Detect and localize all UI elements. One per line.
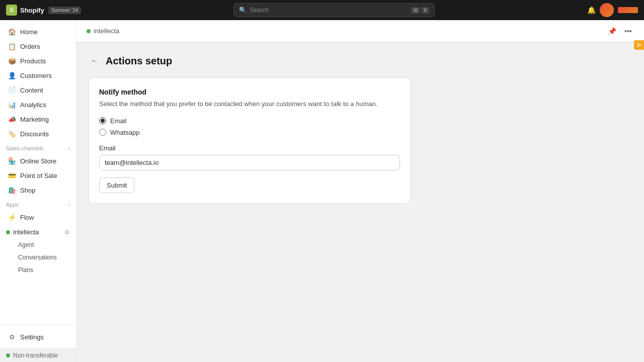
intellecta-settings-icon[interactable]: ⚙ (64, 229, 70, 236)
pos-icon: 💳 (8, 171, 16, 179)
shopify-label: Shopify (20, 7, 44, 14)
notify-method-title: Notify method (99, 88, 400, 96)
intellecta-label: intellecta (13, 228, 61, 236)
sidebar-item-discounts[interactable]: 🏷️ Discounts (2, 127, 74, 141)
sidebar-label-marketing: Marketing (20, 116, 49, 123)
flow-icon: ⚡ (8, 213, 16, 221)
sidebar-nav: 🏠 Home 📋 Orders 📦 Products 👤 Customers 📄… (0, 20, 76, 325)
email-radio-label: Email (110, 117, 127, 125)
content-header: intellecta 📌 ••• (76, 20, 644, 42)
search-bar[interactable]: 🔍 ⌘ K (233, 3, 435, 17)
search-input[interactable] (250, 7, 408, 14)
content-icon: 📄 (8, 86, 16, 94)
sidebar-item-agent[interactable]: Agent (2, 239, 74, 251)
sidebar-item-conversations[interactable]: Conversations (2, 251, 74, 263)
sidebar-label-orders: Orders (20, 43, 40, 50)
page-title: Actions setup (106, 55, 172, 67)
sidebar-item-orders[interactable]: 📋 Orders (2, 39, 74, 53)
sidebar-item-home[interactable]: 🏠 Home (2, 25, 74, 39)
avatar-bar (618, 7, 638, 13)
intellecta-dot (6, 230, 10, 234)
submit-button[interactable]: Submit (99, 177, 134, 193)
breadcrumb-app-name: intellecta (94, 27, 119, 35)
bell-icon[interactable]: 🔔 (587, 6, 596, 14)
whatsapp-radio-option[interactable]: Whatsapp (99, 129, 400, 136)
more-options-button[interactable]: ••• (622, 25, 634, 37)
sidebar-item-online-store[interactable]: 🏪 Online Store (2, 154, 74, 168)
sidebar-item-plans[interactable]: Plans (2, 264, 74, 276)
orders-icon: 📋 (8, 42, 16, 50)
notify-method-desc: Select the method that you prefer to be … (99, 99, 400, 109)
sidebar-label-discounts: Discounts (20, 130, 49, 138)
sidebar-item-products[interactable]: 📦 Products (2, 54, 74, 68)
expand-icon[interactable]: › (68, 146, 70, 151)
sidebar-label-customers: Customers (20, 72, 52, 79)
sidebar-item-shop[interactable]: 🛍️ Shop (2, 183, 74, 197)
email-radio[interactable] (99, 117, 106, 124)
sidebar-item-point-of-sale[interactable]: 💳 Point of Sale (2, 168, 74, 183)
shortcut-key2: K (422, 7, 429, 14)
topbar-right: 🔔 (587, 3, 638, 17)
breadcrumb: intellecta (87, 27, 119, 35)
actions-setup-card: Notify method Select the method that you… (89, 77, 411, 204)
sidebar-label-content: Content (20, 86, 43, 94)
conversations-label: Conversations (18, 254, 57, 261)
intellecta-header[interactable]: intellecta ⚙ (0, 226, 76, 238)
analytics-icon: 📊 (8, 101, 16, 109)
sidebar-label-analytics: Analytics (20, 101, 46, 109)
apps-expand-icon[interactable]: › (68, 202, 70, 208)
topbar: S Shopify Summer '24 🔍 ⌘ K 🔔 (0, 0, 644, 20)
sidebar-item-marketing[interactable]: 📣 Marketing (2, 112, 74, 126)
shopify-logo[interactable]: S Shopify (6, 5, 44, 16)
marketing-icon: 📣 (8, 115, 16, 123)
shopify-icon: S (6, 5, 17, 16)
sidebar-item-analytics[interactable]: 📊 Analytics (2, 98, 74, 112)
sidebar-label-flow: Flow (20, 214, 34, 221)
apps-section: Apps › (0, 198, 76, 210)
page-title-row: ← Actions setup (89, 54, 632, 67)
sidebar-item-settings[interactable]: ⚙ Settings (2, 330, 74, 344)
sidebar-label-online-store: Online Store (20, 157, 56, 165)
whatsapp-radio-label: Whatsapp (110, 129, 140, 136)
topbar-center: 🔍 ⌘ K (233, 3, 435, 17)
whatsapp-radio[interactable] (99, 129, 106, 136)
breadcrumb-dot (87, 29, 91, 33)
sidebar-label-shop: Shop (20, 187, 35, 194)
non-transferable-label: Non-transferable (13, 352, 58, 359)
shortcut-key1: ⌘ (411, 7, 420, 14)
pin-button[interactable]: 📌 (606, 25, 618, 37)
agent-label: Agent (18, 241, 34, 248)
sales-channels-section: Sales channels › (0, 141, 76, 153)
sidebar-item-content[interactable]: 📄 Content (2, 83, 74, 97)
right-float-button[interactable]: A (634, 40, 644, 50)
search-shortcut: ⌘ K (411, 7, 429, 14)
sidebar-label-settings: Settings (20, 333, 44, 341)
products-icon: 📦 (8, 57, 16, 65)
sidebar-label-products: Products (20, 57, 46, 65)
intellecta-section: intellecta ⚙ Agent Conversations Plans (0, 225, 76, 278)
plans-label: Plans (18, 266, 33, 274)
apps-label: Apps (6, 202, 19, 208)
page-content: ← Actions setup Notify method Select the… (76, 42, 644, 216)
sidebar-footer: ⚙ Settings (0, 325, 76, 348)
sidebar-label-home: Home (20, 28, 38, 36)
content-area: intellecta 📌 ••• ← Actions setup Notify … (76, 20, 644, 362)
shop-icon: 🛍️ (8, 186, 16, 194)
discounts-icon: 🏷️ (8, 130, 16, 138)
customers-icon: 👤 (8, 71, 16, 79)
avatar[interactable] (600, 3, 614, 17)
back-button[interactable]: ← (89, 54, 101, 67)
sidebar-item-customers[interactable]: 👤 Customers (2, 68, 74, 82)
header-actions: 📌 ••• (606, 25, 634, 37)
sidebar-item-flow[interactable]: ⚡ Flow (2, 210, 74, 224)
online-store-icon: 🏪 (8, 157, 16, 165)
non-transferable-bar: Non-transferable (0, 348, 76, 362)
settings-icon: ⚙ (8, 333, 16, 341)
notify-method-radio-group: Email Whatsapp (99, 117, 400, 136)
sales-channels-label: Sales channels (6, 145, 44, 151)
search-icon: 🔍 (239, 7, 247, 14)
sidebar-label-pos: Point of Sale (20, 172, 57, 179)
email-radio-option[interactable]: Email (99, 117, 400, 125)
email-field[interactable] (99, 155, 400, 170)
main-layout: 🏠 Home 📋 Orders 📦 Products 👤 Customers 📄… (0, 20, 644, 362)
